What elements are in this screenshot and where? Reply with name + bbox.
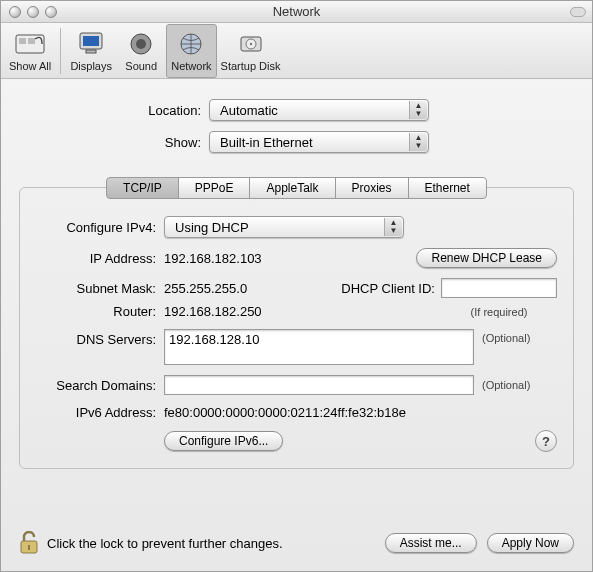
assist-me-button[interactable]: Assist me... [385,533,477,553]
chevron-updown-icon [384,218,402,236]
tcpip-panel: Configure IPv4: Using DHCP IP Address: 1… [19,187,574,469]
show-select[interactable]: Built-in Ethernet [209,131,429,153]
lock-icon[interactable] [19,531,39,555]
svg-rect-4 [83,36,99,46]
startup-disk-label: Startup Disk [221,60,281,72]
tab-appletalk[interactable]: AppleTalk [249,177,335,199]
configure-ipv4-label: Configure IPv4: [36,220,164,235]
dns-servers-note: (Optional) [482,329,530,344]
apply-now-button[interactable]: Apply Now [487,533,574,553]
window-title: Network [1,4,592,19]
chevron-updown-icon [409,101,427,119]
displays-icon [75,30,107,58]
location-value: Automatic [220,103,278,118]
router-label: Router: [36,304,164,319]
ip-address-value: 192.168.182.103 [164,251,314,266]
minimize-button[interactable] [27,6,39,18]
dns-servers-input[interactable] [164,329,474,365]
traffic-lights [9,6,57,18]
ipv6-address-label: IPv6 Address: [36,405,164,420]
titlebar: Network [1,1,592,23]
startup-disk-button[interactable]: Startup Disk [217,24,285,78]
location-select[interactable]: Automatic [209,99,429,121]
toolbar-toggle-button[interactable] [570,7,586,17]
tab-proxies[interactable]: Proxies [335,177,409,199]
startup-disk-icon [235,30,267,58]
tab-ethernet[interactable]: Ethernet [408,177,487,199]
ip-address-label: IP Address: [36,251,164,266]
tab-tcpip[interactable]: TCP/IP [106,177,179,199]
configure-ipv6-button[interactable]: Configure IPv6... [164,431,283,451]
dhcp-client-id-note: (If required) [441,306,557,318]
help-button[interactable]: ? [535,430,557,452]
tab-bar: TCP/IP PPPoE AppleTalk Proxies Ethernet [19,177,574,199]
ipv6-address-value: fe80:0000:0000:0000:0211:24ff:fe32:b18e [164,405,406,420]
show-all-button[interactable]: Show All [5,24,55,78]
sound-icon [125,30,157,58]
lock-text: Click the lock to prevent further change… [47,536,385,551]
settings-panel: TCP/IP PPPoE AppleTalk Proxies Ethernet … [19,177,574,469]
sound-label: Sound [125,60,157,72]
location-label: Location: [19,103,209,118]
content-area: Location: Automatic Show: Built-in Ether… [1,79,592,519]
svg-point-11 [249,42,251,44]
svg-rect-2 [28,38,35,44]
sound-button[interactable]: Sound [116,24,166,78]
renew-dhcp-button[interactable]: Renew DHCP Lease [416,248,557,268]
help-icon: ? [542,434,550,449]
toolbar: Show All Displays Sound [1,23,592,79]
chevron-updown-icon [409,133,427,151]
show-all-icon [14,30,46,58]
router-value: 192.168.182.250 [164,304,294,319]
show-value: Built-in Ethernet [220,135,313,150]
zoom-button[interactable] [45,6,57,18]
toolbar-separator [60,28,61,74]
network-label: Network [171,60,211,72]
svg-rect-1 [19,38,26,44]
dhcp-client-id-input[interactable] [441,278,557,298]
window: Network Show All [0,0,593,572]
svg-rect-5 [86,50,96,53]
search-domains-label: Search Domains: [36,378,164,393]
search-domains-input[interactable] [164,375,474,395]
subnet-mask-value: 255.255.255.0 [164,281,294,296]
subnet-mask-label: Subnet Mask: [36,281,164,296]
search-domains-note: (Optional) [482,379,530,391]
configure-ipv4-value: Using DHCP [175,220,249,235]
displays-label: Displays [70,60,112,72]
dhcp-client-id-label: DHCP Client ID: [294,281,441,296]
network-button[interactable]: Network [166,24,216,78]
show-all-label: Show All [9,60,51,72]
dns-servers-label: DNS Servers: [36,329,164,347]
tab-pppoe[interactable]: PPPoE [178,177,251,199]
close-button[interactable] [9,6,21,18]
displays-button[interactable]: Displays [66,24,116,78]
svg-point-7 [136,39,146,49]
footer: Click the lock to prevent further change… [1,519,592,571]
network-icon [175,30,207,58]
show-label: Show: [19,135,209,150]
configure-ipv4-select[interactable]: Using DHCP [164,216,404,238]
svg-rect-13 [28,545,30,550]
